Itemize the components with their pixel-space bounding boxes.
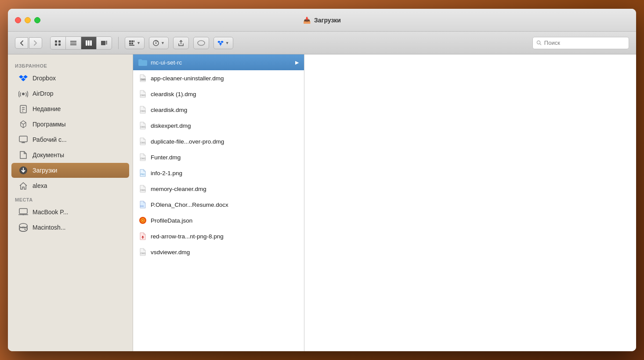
tag-button[interactable] (193, 37, 209, 49)
file-item[interactable]: mc-ui-set-rc ▶ (133, 54, 304, 70)
svg-point-28 (22, 93, 25, 95)
svg-rect-36 (19, 136, 27, 142)
toolbar: ▼ ▼ (8, 32, 636, 54)
svg-text:DMG: DMG (141, 110, 146, 112)
svg-rect-5 (70, 43, 76, 43)
sidebar-item-macbook[interactable]: MacBook P... (11, 205, 129, 220)
list-view-button[interactable] (66, 37, 81, 49)
actions-button[interactable]: ▼ (149, 37, 169, 49)
search-input[interactable] (544, 40, 625, 46)
recents-icon (18, 104, 28, 114)
sidebar-item-desktop[interactable]: Рабочий с... (11, 132, 129, 147)
file-name: P.Olena_Chor...Resume.docx (151, 202, 299, 208)
sidebar-item-downloads[interactable]: Загрузки (11, 163, 129, 178)
svg-rect-19 (129, 45, 134, 46)
svg-rect-40 (19, 209, 27, 214)
folder-icon (138, 58, 147, 67)
file-item[interactable]: DMG cleardisk.dmg (133, 102, 304, 118)
file-item[interactable]: ProfileData.json (133, 212, 304, 228)
sidebar-item-dropbox[interactable]: Dropbox (11, 71, 129, 86)
sidebar-item-macintosh[interactable]: Macintosh... (11, 220, 129, 235)
svg-text:DMG: DMG (141, 126, 146, 128)
file-name: duplicate-file...over-pro.dmg (151, 138, 299, 145)
svg-text:DMG: DMG (141, 94, 146, 97)
traffic-lights (15, 17, 40, 23)
svg-rect-1 (58, 40, 61, 43)
sidebar-item-dropbox-label: Dropbox (33, 75, 56, 82)
minimize-button[interactable] (25, 17, 31, 23)
back-button[interactable] (15, 37, 28, 49)
close-button[interactable] (15, 17, 21, 23)
dropbox-button[interactable]: ▼ (213, 37, 233, 49)
svg-point-44 (25, 229, 26, 230)
sidebar-item-documents[interactable]: Документы (11, 148, 129, 162)
maximize-button[interactable] (34, 17, 40, 23)
svg-text:DMG: DMG (141, 252, 146, 255)
share-button[interactable] (173, 37, 189, 49)
sidebar-item-airdrop-label: AirDrop (33, 90, 53, 97)
file-item[interactable]: DMG memory-cleaner.dmg (133, 181, 304, 197)
svg-point-57 (142, 220, 144, 221)
file-name: diskexpert.dmg (151, 122, 299, 129)
svg-rect-16 (134, 40, 134, 42)
file-item[interactable]: DMG Funter.dmg (133, 149, 304, 165)
separator-1 (118, 37, 119, 49)
nav-buttons (15, 37, 42, 49)
file-item[interactable]: DMG diskexpert.dmg (133, 118, 304, 133)
svg-rect-6 (70, 44, 76, 45)
file-name: ProfileData.json (151, 217, 299, 224)
icon-view-button[interactable] (51, 37, 65, 49)
sidebar-item-apps[interactable]: Программы (11, 117, 129, 132)
sidebar-item-macbook-label: MacBook P... (33, 209, 68, 216)
file-name: cleardisk (1).dmg (151, 91, 299, 97)
places-label: Места (8, 194, 133, 204)
forward-button[interactable] (29, 37, 42, 49)
column-pane-2 (304, 54, 636, 351)
svg-rect-8 (88, 40, 90, 46)
svg-rect-7 (86, 40, 87, 46)
apps-icon (18, 119, 28, 129)
documents-icon (18, 150, 28, 160)
cover-view-button[interactable] (97, 37, 112, 49)
desktop-icon (18, 135, 28, 144)
file-name: app-cleaner-uninstaller.dmg (151, 75, 299, 82)
file-item[interactable]: DMG duplicate-file...over-pro.dmg (133, 133, 304, 149)
dmg-icon: DMG (138, 184, 147, 193)
dmg-icon: DMG (138, 105, 147, 114)
file-name: memory-cleaner.dmg (151, 186, 299, 192)
file-item[interactable]: DMG cleardisk (1).dmg (133, 86, 304, 102)
file-name: mc-ui-set-rc (151, 59, 292, 66)
file-name: info-2-1.png (151, 170, 299, 176)
title-icon: 📥 (303, 17, 311, 24)
sidebar-item-desktop-label: Рабочий с... (33, 136, 67, 143)
column-view-button[interactable] (81, 37, 96, 49)
svg-rect-9 (90, 40, 92, 46)
actions-dropdown-arrow: ▼ (161, 41, 165, 45)
svg-text:DOC: DOC (140, 205, 144, 207)
file-item[interactable]: red-arrow-tra...nt-png-8.png (133, 228, 304, 244)
sidebar-item-home[interactable]: alexa (11, 178, 129, 193)
sidebar: Избранное Dropbox (8, 54, 133, 351)
search-box[interactable] (532, 37, 629, 49)
svg-line-33 (21, 122, 23, 124)
file-item[interactable]: DMG app-cleaner-uninstaller.dmg (133, 70, 304, 86)
sidebar-item-recents-label: Недавние (33, 105, 61, 112)
svg-rect-11 (106, 41, 107, 42)
window-title: 📥 Загрузки (303, 17, 341, 24)
dmg-icon: DMG (138, 121, 147, 130)
file-item[interactable]: DMG vsdviewer.dmg (133, 244, 304, 260)
file-item[interactable]: DOC P.Olena_Chor...Resume.docx (133, 197, 304, 212)
svg-line-27 (540, 43, 541, 45)
sidebar-item-apps-label: Программы (33, 121, 66, 128)
favorites-label: Избранное (8, 60, 133, 70)
home-icon (18, 181, 28, 191)
file-name: vsdviewer.dmg (151, 249, 299, 256)
file-item[interactable]: PNG info-2-1.png (133, 165, 304, 181)
svg-point-25 (220, 45, 221, 46)
file-name: Funter.dmg (151, 154, 299, 161)
svg-text:DMG: DMG (141, 189, 146, 191)
svg-point-24 (198, 40, 205, 45)
sidebar-item-airdrop[interactable]: AirDrop (11, 86, 129, 101)
arrange-button[interactable]: ▼ (125, 37, 145, 49)
sidebar-item-recents[interactable]: Недавние (11, 101, 129, 116)
